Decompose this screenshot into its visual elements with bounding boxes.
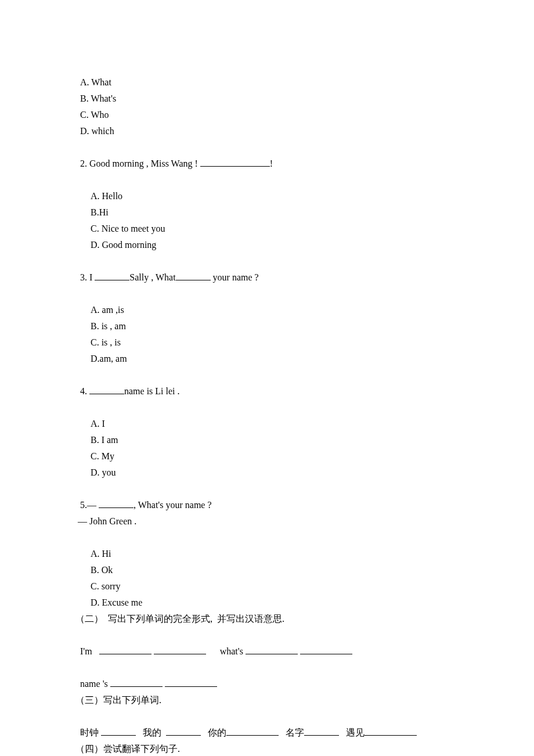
q2-stem: 2. Good morning , Miss Wang ! ! bbox=[75, 139, 459, 172]
blank[interactable] bbox=[200, 158, 270, 167]
q3-c: C. is , is bbox=[91, 337, 121, 347]
q5-pre: 5.— bbox=[80, 500, 99, 510]
blank[interactable] bbox=[99, 646, 151, 654]
q1-c: C. Who bbox=[80, 110, 109, 120]
blank[interactable] bbox=[165, 678, 217, 687]
q5-d: D. Excuse me bbox=[91, 597, 142, 607]
part2-whats: what's bbox=[206, 646, 246, 656]
part2-title: （二） 写出下列单词的完全形式, 并写出汉语意思. bbox=[75, 611, 459, 627]
q5-c: C. sorry bbox=[91, 581, 121, 591]
part3-w2: 我的 bbox=[136, 728, 166, 737]
q2-c: C. Nice to meet you bbox=[91, 224, 165, 233]
blank[interactable] bbox=[154, 646, 206, 654]
q2-options: A. Hello B.Hi C. Nice to meet you D. Goo… bbox=[75, 172, 459, 253]
blank[interactable] bbox=[304, 727, 339, 736]
part2-names: name 's bbox=[80, 679, 110, 689]
q3-stem: 3. I Sally , What your name ? bbox=[75, 253, 459, 286]
q1-options: A. What B. What's C. Who D. which bbox=[75, 58, 459, 139]
blank[interactable] bbox=[95, 272, 129, 280]
blank[interactable] bbox=[246, 646, 298, 654]
q4-b: B. I am bbox=[91, 435, 118, 445]
q4-post: name is Li lei . bbox=[124, 386, 180, 396]
q5-b: B. Ok bbox=[91, 565, 113, 575]
q2-stem-pre: 2. Good morning , Miss Wang ! bbox=[80, 159, 200, 168]
part3-title: （三）写出下列单词. bbox=[75, 692, 459, 708]
q3-post: your name ? bbox=[211, 272, 259, 282]
q4-stem: 4. name is Li lei . bbox=[75, 367, 459, 399]
blank[interactable] bbox=[300, 646, 352, 654]
q1-d: D. which bbox=[80, 126, 114, 136]
q5-options: A. Hi B. Ok C. sorry D. Excuse me bbox=[75, 530, 459, 611]
q4-c: C. My bbox=[91, 451, 114, 461]
blank[interactable] bbox=[89, 386, 124, 394]
blank[interactable] bbox=[226, 727, 279, 736]
part3-w4: 名字 bbox=[279, 728, 304, 737]
q3-d: D.am, am bbox=[91, 354, 127, 363]
q4-a: A. I bbox=[91, 419, 105, 429]
part3-w1: 时钟 bbox=[80, 728, 101, 737]
q4-options: A. I B. I am C. My D. you bbox=[75, 399, 459, 481]
q5-post: , What's your name ? bbox=[134, 500, 212, 510]
q2-stem-post: ! bbox=[270, 159, 273, 168]
q3-pre: 3. I bbox=[80, 272, 95, 282]
blank[interactable] bbox=[101, 727, 136, 736]
blank[interactable] bbox=[166, 727, 201, 736]
q4-pre: 4. bbox=[80, 386, 89, 396]
part3-row: 时钟 我的 你的 名字 遇见 bbox=[75, 708, 459, 741]
q1-b: B. What's bbox=[80, 93, 116, 103]
q4-d: D. you bbox=[91, 467, 116, 477]
q5-stem1: 5.— , What's your name ? bbox=[75, 481, 459, 513]
q2-d: D. Good morning bbox=[91, 240, 156, 250]
part2-row1: I'm what's bbox=[75, 627, 459, 660]
part2-im: I'm bbox=[80, 646, 99, 656]
blank[interactable] bbox=[176, 272, 211, 280]
part4-title: （四）尝试翻译下列句子. bbox=[75, 741, 459, 756]
blank[interactable] bbox=[99, 499, 134, 508]
part2-row2: name 's bbox=[75, 660, 459, 692]
blank[interactable] bbox=[365, 727, 417, 736]
q1-a: A. What bbox=[80, 77, 111, 87]
q2-a: A. Hello bbox=[91, 191, 122, 201]
part3-w3: 你的 bbox=[201, 728, 226, 737]
q3-a: A. am ,is bbox=[91, 305, 124, 315]
part3-w5: 遇见 bbox=[339, 728, 365, 737]
blank[interactable] bbox=[110, 678, 163, 687]
q5-stem2: — John Green . bbox=[75, 513, 459, 530]
q5-a: A. Hi bbox=[91, 549, 111, 559]
q3-options: A. am ,is B. is , am C. is , is D.am, am bbox=[75, 286, 459, 367]
q3-b: B. is , am bbox=[91, 321, 126, 331]
q2-b: B.Hi bbox=[91, 207, 109, 217]
q3-mid: Sally , What bbox=[129, 272, 175, 282]
